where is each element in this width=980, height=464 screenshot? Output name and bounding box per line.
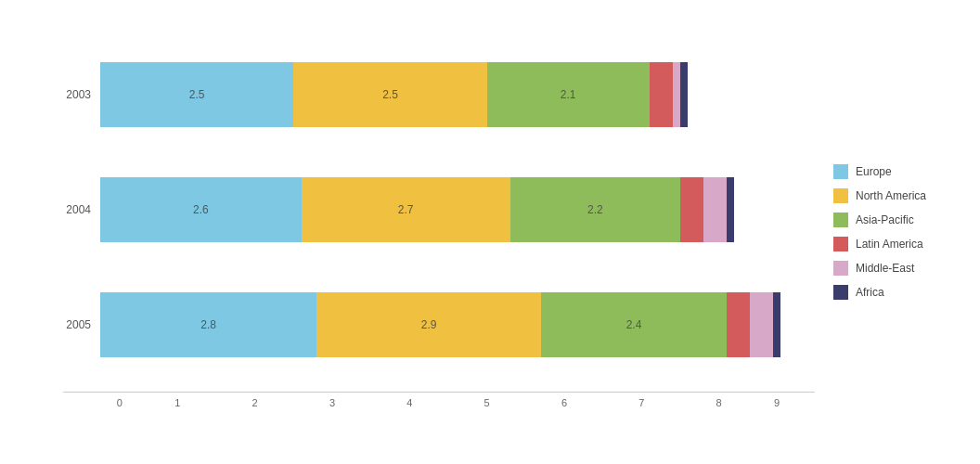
bar-year-label: 2005 xyxy=(63,318,100,331)
bar-segment-africa xyxy=(773,292,780,357)
bar-segment-asia-pacific: 2.2 xyxy=(510,177,680,242)
legend-item: Latin America xyxy=(833,237,963,251)
chart-container: 20032.52.52.120042.62.72.220052.82.92.4 … xyxy=(17,19,963,445)
bar-segment-europe: 2.8 xyxy=(100,292,316,357)
legend-item: Asia-Pacific xyxy=(833,213,963,227)
x-tick: 8 xyxy=(680,397,757,408)
bar-row: 20032.52.52.1 xyxy=(63,53,815,136)
legend-label: Europe xyxy=(856,165,892,178)
bar-segment-africa xyxy=(727,177,734,242)
bar-track: 2.62.72.2 xyxy=(100,177,734,242)
bar-segment-north-america: 2.9 xyxy=(316,292,541,357)
legend-item: Europe xyxy=(833,164,963,179)
x-axis: 0123456789 xyxy=(63,392,815,408)
bar-segment-middle-east xyxy=(703,177,727,242)
legend-swatch xyxy=(833,237,848,251)
legend-swatch xyxy=(833,285,848,300)
x-tick: 2 xyxy=(216,397,293,408)
legend-label: Middle-East xyxy=(856,262,914,275)
bar-segment-middle-east xyxy=(673,62,680,127)
bar-segment-africa xyxy=(680,62,688,127)
legend: EuropeNorth AmericaAsia-PacificLatin Ame… xyxy=(815,19,963,445)
legend-label: Africa xyxy=(856,286,884,299)
legend-label: Latin America xyxy=(856,238,923,251)
x-tick: 4 xyxy=(371,397,448,408)
x-tick: 7 xyxy=(603,397,680,408)
bar-segment-asia-pacific: 2.1 xyxy=(487,62,650,127)
bar-segment-latin-america xyxy=(650,62,673,127)
legend-item: North America xyxy=(833,188,963,203)
chart-area: 20032.52.52.120042.62.72.220052.82.92.4 … xyxy=(17,19,815,445)
legend-label: Asia-Pacific xyxy=(856,213,914,226)
x-tick: 3 xyxy=(293,397,370,408)
bar-segment-middle-east xyxy=(750,292,773,357)
bar-year-label: 2004 xyxy=(63,203,100,216)
bar-segment-latin-america xyxy=(680,177,703,242)
bars-section: 20032.52.52.120042.62.72.220052.82.92.4 xyxy=(63,37,815,392)
bar-track: 2.52.52.1 xyxy=(100,62,688,127)
legend-swatch xyxy=(833,188,848,203)
legend-swatch xyxy=(833,164,848,179)
legend-swatch xyxy=(833,261,848,276)
bar-track: 2.82.92.4 xyxy=(100,292,780,357)
legend-item: Middle-East xyxy=(833,261,963,276)
bar-row: 20052.82.92.4 xyxy=(63,283,815,367)
legend-label: North America xyxy=(856,189,926,202)
bar-year-label: 2003 xyxy=(63,88,100,101)
bar-row: 20042.62.72.2 xyxy=(63,168,815,251)
legend-item: Africa xyxy=(833,285,963,300)
bar-segment-north-america: 2.7 xyxy=(302,177,510,242)
bar-segment-north-america: 2.5 xyxy=(293,62,486,127)
bar-segment-europe: 2.5 xyxy=(100,62,293,127)
legend-swatch xyxy=(833,213,848,227)
bar-segment-europe: 2.6 xyxy=(100,177,302,242)
x-tick: 6 xyxy=(525,397,602,408)
x-tick: 1 xyxy=(139,397,216,408)
bar-segment-asia-pacific: 2.4 xyxy=(541,292,727,357)
x-tick: 5 xyxy=(448,397,525,408)
x-tick: 0 xyxy=(100,397,139,408)
x-tick: 9 xyxy=(757,397,796,408)
bar-segment-latin-america xyxy=(727,292,750,357)
